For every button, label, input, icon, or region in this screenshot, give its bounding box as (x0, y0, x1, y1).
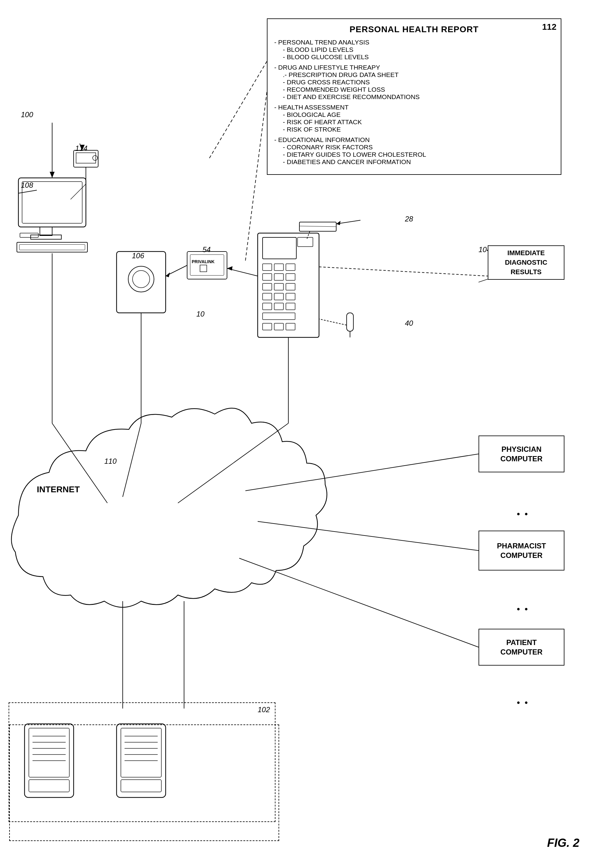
report-sub-item: - BLOOD LIPID LEVELS (274, 46, 554, 53)
immediate-diagnostic-box: IMMEDIATEDIAGNOSTICRESULTS (488, 245, 564, 280)
patient-computer-label: PATIENTCOMPUTER (500, 638, 542, 657)
svg-rect-4 (40, 227, 52, 236)
svg-line-60 (319, 267, 488, 276)
svg-rect-6 (17, 242, 87, 252)
report-section: - DRUG AND LIFESTYLE THREAPY.- PRESCRIPT… (274, 64, 554, 101)
immediate-diagnostic-label: IMMEDIATEDIAGNOSTICRESULTS (505, 249, 547, 276)
svg-rect-32 (298, 237, 313, 246)
report-sub-item: .- PRESCRIPTION DRUG DATA SHEET (274, 71, 554, 79)
svg-rect-22 (187, 251, 227, 279)
svg-marker-10 (50, 172, 54, 178)
svg-line-65 (123, 423, 141, 497)
report-main-item: - EDUCATIONAL INFORMATION (274, 136, 554, 144)
svg-rect-51 (286, 323, 295, 330)
svg-rect-44 (286, 293, 295, 300)
svg-rect-40 (274, 284, 283, 290)
svg-rect-7 (19, 245, 85, 250)
svg-line-66 (245, 454, 478, 491)
svg-rect-45 (262, 303, 272, 310)
bottom-dashed-box (9, 702, 275, 822)
svg-rect-33 (262, 264, 272, 271)
svg-line-26 (166, 265, 187, 276)
svg-rect-30 (258, 233, 319, 337)
fig-label: FIG. 2 (547, 836, 579, 849)
ref-110: 110 (104, 457, 116, 466)
internet-label: INTERNET (37, 485, 80, 494)
svg-rect-12 (74, 150, 98, 167)
svg-rect-36 (262, 274, 272, 281)
svg-line-1 (245, 92, 267, 261)
ref-54: 54 (202, 245, 211, 254)
report-sub-item: - BIOLOGICAL AGE (274, 111, 554, 118)
svg-rect-41 (286, 284, 295, 290)
svg-rect-34 (274, 264, 283, 271)
svg-rect-57 (347, 313, 353, 331)
report-section: - HEALTH ASSESSMENT- BIOLOGICAL AGE- RIS… (274, 104, 554, 133)
pharmacist-computer-box: PHARMACISTCOMPUTER (478, 531, 564, 570)
svg-line-16 (71, 184, 86, 199)
report-sub-item: - DRUG CROSS REACTIONS (274, 79, 554, 86)
svg-line-0 (209, 61, 267, 160)
ref-100: 100 (21, 110, 33, 119)
svg-rect-47 (286, 303, 295, 310)
svg-rect-50 (274, 323, 283, 330)
svg-marker-56 (336, 221, 340, 225)
svg-rect-31 (262, 237, 296, 259)
svg-rect-13 (76, 153, 96, 163)
svg-marker-27 (166, 272, 170, 277)
svg-rect-5 (31, 235, 61, 239)
svg-line-55 (336, 220, 360, 224)
report-sub-item: - DIET AND EXERCISE RECOMMONDATIONS (274, 93, 554, 101)
dots-3: • • (517, 698, 529, 708)
svg-point-21 (132, 271, 150, 288)
report-main-item: - DRUG AND LIFESTYLE THREAPY (274, 64, 554, 71)
svg-line-54 (307, 231, 310, 239)
svg-rect-48 (262, 313, 295, 319)
report-main-item: - PERSONAL TREND ANALYSIS (274, 39, 554, 46)
svg-line-11 (19, 190, 37, 193)
svg-line-67 (258, 521, 478, 550)
svg-rect-25 (200, 265, 207, 272)
svg-line-61 (478, 279, 488, 282)
svg-line-53 (300, 226, 336, 227)
svg-line-68 (239, 558, 478, 647)
physician-computer-box: PHYSICIANCOMPUTER (478, 436, 564, 472)
svg-rect-46 (274, 303, 283, 310)
svg-line-59 (319, 319, 347, 325)
svg-rect-42 (262, 293, 272, 300)
ref-106: 106 (132, 251, 144, 260)
svg-point-14 (93, 155, 98, 160)
report-sub-item: - DIETARY GUIDES TO LOWER CHOLESTEROL (274, 151, 554, 158)
svg-rect-23 (190, 254, 224, 276)
dots-1: • • (517, 509, 529, 519)
report-number: 112 (542, 22, 556, 32)
svg-rect-19 (116, 251, 166, 313)
svg-rect-52 (300, 222, 336, 231)
svg-rect-37 (274, 274, 283, 281)
svg-rect-38 (286, 274, 295, 281)
svg-text:PRIVALINK: PRIVALINK (192, 259, 214, 264)
svg-rect-43 (274, 293, 283, 300)
report-title: PERSONAL HEALTH REPORT (274, 25, 554, 34)
svg-marker-29 (227, 266, 233, 271)
svg-rect-39 (262, 284, 272, 290)
report-sub-item: - RISK OF HEART ATTACK (274, 118, 554, 126)
report-sub-item: - BLOOD GLUCOSE LEVELS (274, 53, 554, 61)
pharmacist-computer-label: PHARMACISTCOMPUTER (497, 541, 546, 560)
svg-rect-49 (262, 323, 272, 330)
svg-line-70 (178, 423, 288, 503)
dots-2: • • (517, 604, 529, 614)
health-report-box: 112 PERSONAL HEALTH REPORT - PERSONAL TR… (267, 19, 561, 175)
svg-line-28 (227, 268, 258, 276)
report-sub-item: - CORONARY RISK FACTORS (274, 144, 554, 151)
svg-point-20 (128, 266, 154, 292)
svg-rect-35 (286, 264, 295, 271)
ref-40: 40 (405, 319, 413, 327)
report-sub-item: - RECOMMENDED WEIGHT LOSS (274, 86, 554, 93)
ref-108: 108 (21, 181, 33, 189)
report-section: - EDUCATIONAL INFORMATION- CORONARY RISK… (274, 136, 554, 166)
report-sub-item: - RISK OF STROKE (274, 126, 554, 133)
report-main-item: - HEALTH ASSESSMENT (274, 104, 554, 111)
ref-28: 28 (405, 215, 413, 223)
report-sub-item: - DIABETIES AND CANCER INFORMATION (274, 158, 554, 166)
